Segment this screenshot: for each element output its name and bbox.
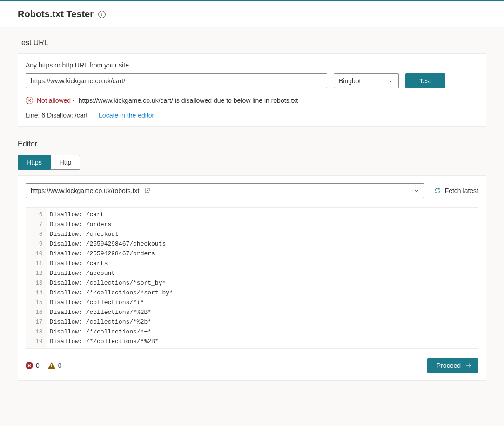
- warning-count: 0: [48, 362, 62, 369]
- line-number: 16: [35, 307, 43, 317]
- line-number: 9: [35, 239, 43, 249]
- line-number: 8: [35, 229, 43, 239]
- code-line: Disallow: /collections/*%2b*: [50, 317, 475, 327]
- line-number-gutter: 678910111213141516171819: [26, 208, 47, 348]
- warning-icon: [48, 362, 55, 369]
- code-line: Disallow: /*/collections/*%2B*: [50, 337, 475, 346]
- line-number: 7: [35, 220, 43, 229]
- chevron-down-icon: [414, 188, 419, 193]
- line-number: 18: [35, 327, 43, 337]
- test-button[interactable]: Test: [405, 73, 445, 88]
- code-line: Disallow: /25594298467/checkouts: [50, 239, 475, 249]
- fetch-latest-label: Fetch latest: [445, 187, 478, 194]
- error-count: 0: [26, 362, 40, 369]
- code-line: Disallow: /*/collections/*+*: [50, 327, 475, 337]
- error-filled-icon: [26, 362, 33, 369]
- tab-http[interactable]: Http: [51, 155, 81, 170]
- line-number: 10: [35, 249, 43, 259]
- bot-select-value: Bingbot: [339, 77, 361, 85]
- detail-text: Line: 6 Disallow: /cart: [26, 112, 87, 119]
- line-number: 6: [35, 210, 43, 220]
- robots-editor[interactable]: 678910111213141516171819 Disallow: /cart…: [26, 207, 478, 349]
- code-line: Disallow: /*/collections/*sort_by*: [50, 288, 475, 298]
- code-line: Disallow: /carts: [50, 259, 475, 268]
- robots-url-select[interactable]: https://www.kickgame.co.uk/robots.txt: [26, 183, 424, 198]
- editor-footer: 0 0 Proceed: [26, 358, 478, 373]
- locate-in-editor-link[interactable]: Locate in the editor: [99, 112, 154, 119]
- warning-count-value: 0: [58, 362, 62, 369]
- tab-https[interactable]: Https: [18, 155, 51, 170]
- main-content: Test URL Any https or http URL from your…: [0, 27, 504, 392]
- editor-section-label: Editor: [18, 140, 486, 148]
- proceed-button[interactable]: Proceed: [427, 358, 478, 373]
- code-line: Disallow: /collections/*%2B*: [50, 307, 475, 317]
- code-line: Disallow: /cart: [50, 210, 475, 220]
- line-number: 12: [35, 268, 43, 278]
- code-line: Disallow: /account: [50, 268, 475, 278]
- issue-counts: 0 0: [26, 362, 62, 369]
- detail-line-prefix: Line: 6: [26, 112, 45, 119]
- editor-card: https://www.kickgame.co.uk/robots.txt: [18, 175, 486, 381]
- test-input-row: Bingbot Test: [26, 73, 478, 88]
- result-message: https://www.kickgame.co.uk/cart/ is disa…: [79, 97, 298, 104]
- bot-select[interactable]: Bingbot: [334, 73, 399, 88]
- code-content[interactable]: Disallow: /cartDisallow: /ordersDisallow…: [47, 208, 478, 348]
- code-line: Disallow: /orders: [50, 220, 475, 229]
- arrow-right-icon: [465, 362, 472, 369]
- code-line: Disallow: /25594298467/orders: [50, 249, 475, 259]
- line-number: 14: [35, 288, 43, 298]
- info-icon[interactable]: i: [98, 11, 106, 18]
- test-url-input[interactable]: [26, 73, 327, 88]
- error-count-value: 0: [36, 362, 40, 369]
- code-line: Disallow: /checkout: [50, 229, 475, 239]
- fetch-latest-button[interactable]: Fetch latest: [434, 187, 478, 194]
- refresh-icon: [434, 187, 441, 194]
- detail-line: Line: 6 Disallow: /cart Locate in the ed…: [26, 112, 478, 119]
- test-section-label: Test URL: [18, 39, 486, 47]
- error-icon: [26, 97, 33, 104]
- line-number: 17: [35, 317, 43, 327]
- code-line: Disallow: /collections/*+*: [50, 298, 475, 307]
- result-status: Not allowed -: [37, 97, 75, 104]
- chevron-down-icon: [388, 78, 394, 84]
- page-header: Robots.txt Tester i: [0, 1, 504, 27]
- result-line: Not allowed - https://www.kickgame.co.uk…: [26, 97, 478, 104]
- code-line: Disallow: /collections/*sort_by*: [50, 278, 475, 288]
- url-field-label: Any https or http URL from your site: [26, 61, 478, 69]
- line-number: 11: [35, 259, 43, 268]
- protocol-tabs: Https Http: [18, 155, 80, 170]
- proceed-label: Proceed: [437, 362, 461, 369]
- robots-url-value: https://www.kickgame.co.uk/robots.txt: [31, 187, 139, 194]
- line-number: 13: [35, 278, 43, 288]
- line-number: 19: [35, 337, 43, 346]
- line-number: 15: [35, 298, 43, 307]
- detail-line-rule: Disallow: /cart: [47, 112, 87, 119]
- test-card: Any https or http URL from your site Bin…: [18, 53, 486, 127]
- editor-top-row: https://www.kickgame.co.uk/robots.txt: [26, 183, 478, 198]
- page-title: Robots.txt Tester: [18, 9, 94, 20]
- open-external-icon[interactable]: [144, 187, 150, 194]
